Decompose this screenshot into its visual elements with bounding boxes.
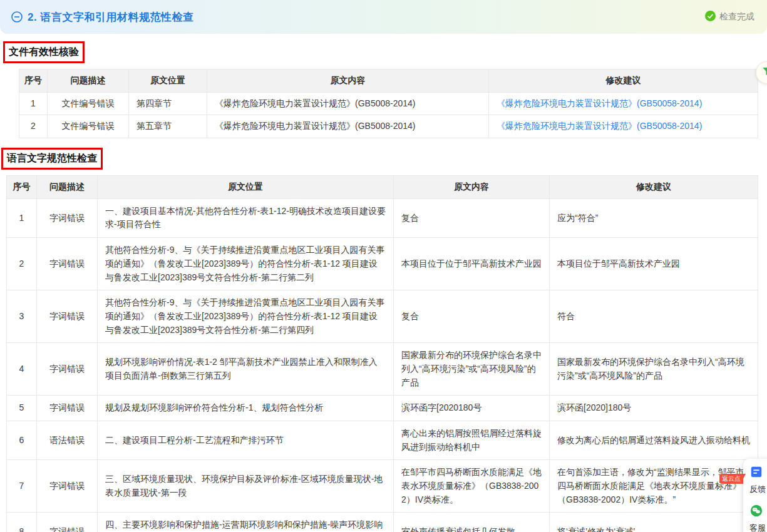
col-header-content: 原文内容 xyxy=(207,69,489,93)
cell-no: 2 xyxy=(7,238,37,290)
table-row: 1 文件编号错误 第四章节 《爆炸危险环境电力装置设计规范》(GB5008-20… xyxy=(19,92,758,115)
table-header-row: 序号 问题描述 原文位置 原文内容 修改建议 xyxy=(7,176,758,199)
cell-desc: 字词错误 xyxy=(37,198,98,237)
cell-suggestion: 符合 xyxy=(550,290,758,343)
col-header-no: 序号 xyxy=(7,176,37,199)
cell-desc: 字词错误 xyxy=(37,343,98,396)
table-row: 3 字词错误 其他符合性分析-9、与《关于持续推进沿黄重点地区工业项目入园有关事… xyxy=(7,290,758,343)
cell-suggestion: 《爆炸危险环境电力装置设计规范》(GB50058-2014) xyxy=(489,92,758,115)
language-check-table: 序号 问题描述 原文位置 原文内容 修改建议 1 字词错误 一、建设项目基本情况… xyxy=(6,175,758,532)
cell-suggestion: 《爆炸危险环境电力装置设计规范》(GB50058-2014) xyxy=(489,115,758,138)
cell-location: 其他符合性分析-9、与《关于持续推进沿黄重点地区工业项目入园有关事项的通知》（鲁… xyxy=(98,290,394,343)
cell-suggestion: 本项目位于邹平高新技术产业园 xyxy=(550,238,758,290)
cell-location: 规划环境影响评价情况-表1-2 邹平高新技术产业园禁止准入和限制准入项目负面清单… xyxy=(98,343,394,396)
table-row: 8 字词错误 四、主要环境影响和保护措施-运营期环境影响和保护措施-噪声环境影响… xyxy=(7,513,758,532)
col-header-desc: 问题描述 xyxy=(48,69,129,93)
cell-location: 其他符合性分析-9、与《关于持续推进沿黄重点地区工业项目入园有关事项的通知》（鲁… xyxy=(98,238,394,290)
table-row: 2 文件编号错误 第五章节 《爆炸危险环境电力装置设计规范》(GB5008-20… xyxy=(19,115,758,138)
collapse-icon[interactable] xyxy=(11,11,23,23)
table-row: 6 语法错误 二、建设项目工程分析-工艺流程和产排污环节 离心出来的铝屑按照铝屑… xyxy=(7,421,758,460)
filter-funnel-icon xyxy=(761,66,767,79)
cell-suggestion: 在句首添加主语，修改为“监测结果显示，邹平市四马桥断面水质能满足《地表水环境质量… xyxy=(550,460,758,513)
feedback-form-icon xyxy=(749,465,763,481)
cell-desc: 字词错误 xyxy=(37,396,98,421)
cell-no: 8 xyxy=(7,513,37,532)
cell-desc: 字词错误 xyxy=(37,238,98,290)
cell-location: 规划及规划环境影响评价符合性分析-1、规划符合性分析 xyxy=(98,396,394,421)
cell-location: 三、区域环境质量现状、环境保护目标及评价标准-区域环境质量现状-地表水质量现状-… xyxy=(98,460,394,513)
table-row: 4 字词错误 规划环境影响评价情况-表1-2 邹平高新技术产业园禁止准入和限制准… xyxy=(7,343,758,396)
cell-suggestion: 修改为离心后的铝屑通过落料旋风进入振动给料机 xyxy=(550,421,758,460)
cell-suggestion: 滨环函[2020]180号 xyxy=(550,396,758,421)
cell-no: 5 xyxy=(7,396,37,421)
cell-content: 《爆炸危险环境电力装置设计规范》(GB5008-2014) xyxy=(207,115,489,138)
cell-content: 复合 xyxy=(394,198,550,237)
col-header-desc: 问题描述 xyxy=(37,176,98,199)
feedback-label: 反馈 xyxy=(749,484,766,495)
feedback-badge: 返云点 xyxy=(719,474,743,484)
feedback-button[interactable]: 反馈 xyxy=(747,465,766,495)
cell-content: 在邹平市四马桥断面水质能满足《地表水环境质量标准》（GB3838-2002）IV… xyxy=(394,460,550,513)
status-badge: 检查完成 xyxy=(705,11,754,24)
suggestion-link[interactable]: 《爆炸危险环境电力装置设计规范》(GB50058-2014) xyxy=(497,121,702,131)
cell-desc: 字词错误 xyxy=(37,460,98,513)
cell-location: 一、建设项目基本情况-其他符合性分析-表1-12-明确技术改造项目建设要求-项目… xyxy=(98,198,394,237)
cell-desc: 字词错误 xyxy=(37,290,98,343)
check-circle-icon xyxy=(705,11,716,24)
page-title: 2. 语言文字和引用材料规范性检查 xyxy=(28,10,193,24)
cell-content: 离心出来的铝屑按照铝屑经过落料旋风进到振动给料机中 xyxy=(394,421,550,460)
section-header-bar: 2. 语言文字和引用材料规范性检查 检查完成 xyxy=(0,0,767,34)
cell-location: 二、建设项目工程分析-工艺流程和产排污环节 xyxy=(98,421,394,460)
cell-no: 3 xyxy=(7,290,37,343)
cell-content: 室外声传播衰诚包括几何发散 xyxy=(394,513,550,532)
col-header-location: 原文位置 xyxy=(98,176,394,199)
cell-no: 7 xyxy=(7,460,37,513)
table-header-row: 序号 问题描述 原文位置 原文内容 修改建议 xyxy=(19,69,758,93)
cell-content: 国家最新分布的环境保护综合名录中列入“高环境污染”或“高环境风险”的产品 xyxy=(394,343,550,396)
cell-desc: 文件编号错误 xyxy=(48,92,129,115)
col-header-suggestion: 修改建议 xyxy=(489,69,758,93)
col-header-no: 序号 xyxy=(19,69,48,93)
table-row: 1 字词错误 一、建设项目基本情况-其他符合性分析-表1-12-明确技术改造项目… xyxy=(7,198,758,237)
customer-service-label: 客服 xyxy=(749,523,766,532)
cell-suggestion: 将‘衰诚’修改为‘衰减’ xyxy=(550,513,758,532)
table-row: 7 字词错误 三、区域环境质量现状、环境保护目标及评价标准-区域环境质量现状-地… xyxy=(7,460,758,513)
table-row: 5 字词错误 规划及规划环境影响评价符合性分析-1、规划符合性分析 滨环函字[2… xyxy=(7,396,758,421)
file-check-table: 序号 问题描述 原文位置 原文内容 修改建议 1 文件编号错误 第四章节 《爆炸… xyxy=(19,69,758,138)
cell-content: 本项目位于位于邹平高新技术产业园 xyxy=(394,238,550,290)
col-header-content: 原文内容 xyxy=(394,176,550,199)
cell-location: 第四章节 xyxy=(129,92,207,115)
cell-no: 4 xyxy=(7,343,37,396)
cell-location: 四、主要环境影响和保护措施-运营期环境影响和保护措施-噪声环境影响分析-预测模型… xyxy=(98,513,394,532)
section-title-file-check: 文件有效性核验 xyxy=(3,41,85,63)
cell-desc: 语法错误 xyxy=(37,421,98,460)
cell-content: 复合 xyxy=(394,290,550,343)
cell-content: 滨环函字[2020180号 xyxy=(394,396,550,421)
cell-no: 6 xyxy=(7,421,37,460)
section-title-language-check: 语言文字规范性检查 xyxy=(1,148,103,170)
cell-no: 1 xyxy=(7,198,37,237)
col-header-suggestion: 修改建议 xyxy=(550,176,758,199)
col-header-location: 原文位置 xyxy=(129,69,207,93)
cell-desc: 文件编号错误 xyxy=(48,115,129,138)
cell-content: 《爆炸危险环境电力装置设计规范》(GB5008-2014) xyxy=(207,92,489,115)
cell-no: 2 xyxy=(19,115,48,138)
suggestion-link[interactable]: 《爆炸危险环境电力装置设计规范》(GB50058-2014) xyxy=(497,98,702,108)
customer-service-button[interactable]: 客服 xyxy=(747,504,766,532)
cell-suggestion: 国家最新发布的环境保护综合名录中列入“高环境污染”或“高环境风险”的产品 xyxy=(550,343,758,396)
cell-no: 1 xyxy=(19,92,48,115)
table-row: 2 字词错误 其他符合性分析-9、与《关于持续推进沿黄重点地区工业项目入园有关事… xyxy=(7,238,758,290)
cell-location: 第五章节 xyxy=(129,115,207,138)
cell-desc: 字词错误 xyxy=(37,513,98,532)
support-side-panel: 返云点 反馈 客服 xyxy=(743,459,767,532)
status-text: 检查完成 xyxy=(719,11,754,23)
cell-suggestion: 应为“符合” xyxy=(550,198,758,237)
wechat-icon xyxy=(749,504,763,520)
